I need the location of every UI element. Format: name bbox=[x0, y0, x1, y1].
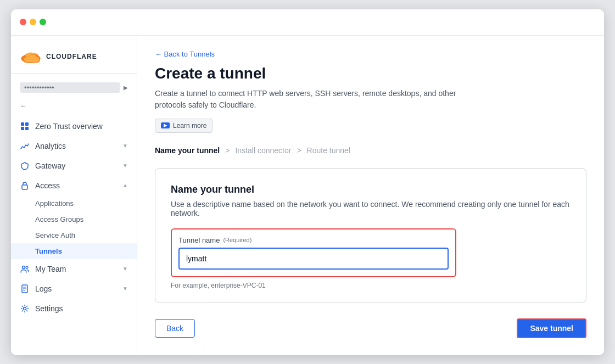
sidebar-item-label: Settings bbox=[35, 304, 63, 313]
step-name-your-tunnel: Name your tunnel bbox=[155, 146, 220, 155]
step-route-tunnel: Route tunnel bbox=[307, 146, 350, 155]
page-title: Create a tunnel bbox=[155, 65, 586, 82]
sidebar-item-logs[interactable]: Logs ▼ bbox=[11, 279, 137, 299]
cloudflare-logo-icon bbox=[20, 49, 42, 64]
sidebar: CLOUDFLARE •••••••••••• ▶ ← Zero Trust o… bbox=[11, 36, 137, 355]
back-button[interactable]: Back bbox=[155, 319, 195, 338]
sidebar-item-label: My Team bbox=[35, 265, 66, 273]
svg-rect-8 bbox=[25, 127, 29, 130]
account-chevron-icon: ▶ bbox=[124, 85, 128, 91]
tunnel-name-field-group: Tunnel name (Required) bbox=[171, 228, 456, 277]
learn-more-icon: ▶ bbox=[161, 122, 170, 128]
traffic-lights bbox=[20, 19, 46, 25]
learn-more-label: Learn more bbox=[173, 122, 206, 130]
main-window: CLOUDFLARE •••••••••••• ▶ ← Zero Trust o… bbox=[11, 9, 604, 355]
sidebar-item-label: Access bbox=[35, 181, 60, 190]
top-bar bbox=[11, 9, 604, 36]
sidebar-item-zero-trust-overview[interactable]: Zero Trust overview bbox=[11, 116, 137, 136]
minimize-traffic-light[interactable] bbox=[30, 19, 36, 25]
learn-more-button[interactable]: ▶ Learn more bbox=[155, 119, 213, 133]
sidebar-sub-item-label: Tunnels bbox=[35, 247, 62, 255]
svg-point-10 bbox=[23, 266, 25, 268]
users-icon bbox=[20, 264, 30, 274]
sidebar-item-label: Zero Trust overview bbox=[35, 122, 103, 131]
page-description: Create a tunnel to connect HTTP web serv… bbox=[155, 88, 484, 111]
back-arrow-icon: ← bbox=[20, 102, 27, 110]
form-actions: Back Save tunnel bbox=[155, 318, 586, 338]
file-icon bbox=[20, 284, 30, 294]
my-team-chevron-icon: ▼ bbox=[122, 266, 128, 272]
sidebar-sub-item-label: Applications bbox=[35, 199, 74, 208]
form-card-description: Use a descriptive name based on the netw… bbox=[171, 200, 571, 217]
svg-point-11 bbox=[26, 266, 28, 268]
form-card-title: Name your tunnel bbox=[171, 184, 571, 195]
tunnel-name-input[interactable] bbox=[178, 248, 449, 270]
tunnel-name-label: Tunnel name (Required) bbox=[178, 236, 449, 244]
maximize-traffic-light[interactable] bbox=[40, 19, 46, 25]
close-traffic-light[interactable] bbox=[20, 19, 26, 25]
sidebar-sub-item-access-groups[interactable]: Access Groups bbox=[11, 211, 137, 227]
sidebar-item-gateway[interactable]: Gateway ▼ bbox=[11, 156, 137, 176]
back-to-tunnels-link[interactable]: ← Back to Tunnels bbox=[155, 50, 215, 58]
sidebar-sub-item-service-auth[interactable]: Service Auth bbox=[11, 227, 137, 243]
steps-breadcrumb: Name your tunnel > Install connector > R… bbox=[155, 146, 586, 155]
gateway-chevron-icon: ▼ bbox=[122, 163, 128, 169]
sidebar-item-label: Analytics bbox=[35, 142, 66, 150]
grid-icon bbox=[20, 121, 30, 131]
step-separator-2: > bbox=[297, 146, 301, 155]
sidebar-sub-item-label: Service Auth bbox=[35, 231, 75, 239]
sidebar-sub-item-tunnels[interactable]: Tunnels bbox=[11, 243, 137, 259]
save-tunnel-button[interactable]: Save tunnel bbox=[517, 318, 586, 338]
sidebar-item-access[interactable]: Access ▲ bbox=[11, 176, 137, 195]
tunnel-name-form-card: Name your tunnel Use a descriptive name … bbox=[155, 168, 586, 303]
svg-rect-9 bbox=[22, 185, 27, 189]
sidebar-item-settings[interactable]: Settings bbox=[11, 299, 137, 318]
sidebar-sub-item-label: Access Groups bbox=[35, 215, 83, 223]
gear-icon bbox=[20, 304, 30, 313]
sidebar-sub-item-applications[interactable]: Applications bbox=[11, 195, 137, 211]
svg-point-16 bbox=[24, 307, 26, 310]
sidebar-item-label: Gateway bbox=[35, 161, 65, 170]
sidebar-logo: CLOUDFLARE bbox=[11, 44, 137, 74]
access-chevron-icon: ▲ bbox=[122, 182, 128, 188]
logo-text: CLOUDFLARE bbox=[46, 53, 97, 60]
field-hint: For example, enterprise-VPC-01 bbox=[171, 282, 571, 289]
chart-icon bbox=[20, 141, 30, 151]
sidebar-item-analytics[interactable]: Analytics ▼ bbox=[11, 136, 137, 156]
analytics-chevron-icon: ▼ bbox=[122, 143, 128, 149]
lock-icon bbox=[20, 181, 30, 191]
step-install-connector: Install connector bbox=[235, 146, 291, 155]
sidebar-back-button[interactable]: ← bbox=[11, 99, 137, 116]
main-layout: CLOUDFLARE •••••••••••• ▶ ← Zero Trust o… bbox=[11, 36, 604, 355]
svg-rect-6 bbox=[25, 122, 29, 126]
shield-icon bbox=[20, 161, 30, 171]
field-required-indicator: (Required) bbox=[223, 237, 251, 243]
account-name: •••••••••••• bbox=[20, 82, 120, 93]
sidebar-item-label: Logs bbox=[35, 284, 52, 293]
step-separator-1: > bbox=[225, 146, 230, 155]
content-area: ← Back to Tunnels Create a tunnel Create… bbox=[137, 36, 604, 355]
logs-chevron-icon: ▼ bbox=[122, 285, 128, 292]
sidebar-item-my-team[interactable]: My Team ▼ bbox=[11, 259, 137, 279]
account-selector[interactable]: •••••••••••• ▶ bbox=[11, 78, 137, 97]
svg-rect-5 bbox=[21, 122, 24, 126]
svg-rect-7 bbox=[21, 127, 24, 130]
